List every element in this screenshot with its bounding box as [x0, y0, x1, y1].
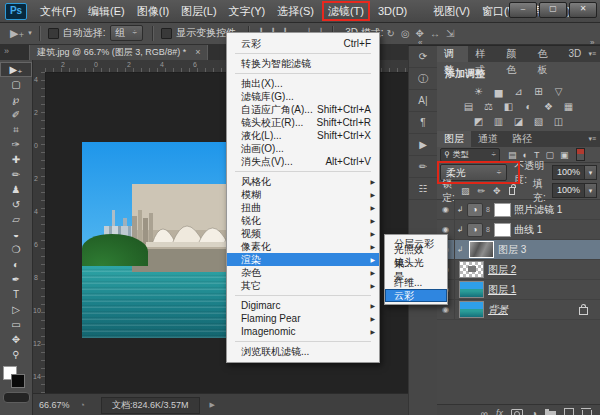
layer-style-icon[interactable]: fx — [496, 406, 503, 415]
3d-roll-icon[interactable]: ◎ — [398, 28, 413, 39]
menu-layer[interactable]: 图层(L) — [175, 1, 222, 21]
paragraph-panel-icon[interactable]: ¶ — [409, 112, 437, 134]
show-transform-checkbox[interactable] — [161, 28, 172, 39]
selective-color-icon[interactable]: ◫ — [552, 115, 566, 128]
quick-mask-button[interactable] — [3, 392, 30, 403]
menu-item-flaming-pear[interactable]: Flaming Pear▶ — [227, 312, 379, 325]
menu-3d[interactable]: 3D(D) — [372, 1, 413, 21]
marquee-tool[interactable]: ▢ — [0, 77, 32, 92]
channel-mixer-icon[interactable]: ❖ — [542, 100, 556, 113]
menu-item-pixelate[interactable]: 像素化▶ — [227, 240, 379, 253]
menu-item-other[interactable]: 其它▶ — [227, 279, 379, 292]
brush-tool[interactable]: ✏ — [0, 167, 32, 182]
eyedropper-tool[interactable]: ✑ — [0, 137, 32, 152]
tab-3d[interactable]: 3D — [562, 46, 589, 62]
menu-item-liquify[interactable]: 液化(L)...Shift+Ctrl+X — [227, 129, 379, 142]
layer-row-background[interactable]: ◉ 背景 — [437, 300, 600, 320]
vibrance-icon[interactable]: ▽ — [552, 85, 566, 98]
color-balance-icon[interactable]: ⚖ — [482, 100, 496, 113]
minimize-button[interactable]: – — [509, 2, 537, 18]
submenu-item-clouds[interactable]: 云彩 — [385, 289, 447, 302]
background-color-swatch[interactable] — [11, 374, 25, 388]
timeline-panel-icon[interactable]: ▶ — [409, 134, 437, 156]
menu-item-distort[interactable]: 扭曲▶ — [227, 201, 379, 214]
invert-icon[interactable]: ◩ — [472, 115, 486, 128]
gradient-tool[interactable]: ◒ — [0, 227, 32, 242]
layer-mask-thumbnail[interactable] — [494, 223, 511, 237]
expand-dock-icon[interactable]: » — [590, 38, 594, 47]
visibility-eye-icon[interactable]: ◉ — [437, 200, 455, 219]
menu-item-smart-filters[interactable]: 转换为智能滤镜 — [227, 57, 379, 70]
character-panel-icon[interactable]: A| — [409, 90, 437, 112]
layer-filtering-toggle[interactable] — [576, 148, 585, 161]
panel-menu-icon[interactable]: ▾≡ — [588, 131, 600, 147]
menu-item-noise[interactable]: 杂色▶ — [227, 266, 379, 279]
layer-thumbnail-photo[interactable] — [459, 281, 484, 298]
menu-filter[interactable]: 滤镜(T) — [322, 1, 370, 21]
submenu-item-lens-flare[interactable]: 镜头光晕... — [385, 263, 447, 276]
layer-row-layer2[interactable]: ◉ 图层 2 — [437, 260, 600, 280]
lasso-tool[interactable]: ℘ — [0, 92, 32, 107]
quick-selection-tool[interactable]: ✐ — [0, 107, 32, 122]
crop-tool[interactable]: ⌗ — [0, 122, 32, 137]
color-lookup-icon[interactable]: ▦ — [562, 100, 576, 113]
brush-presets-panel-icon[interactable]: ✏ — [409, 156, 437, 178]
path-selection-tool[interactable]: ▷ — [0, 302, 32, 317]
menu-select[interactable]: 选择(S) — [271, 1, 320, 21]
link-layers-icon[interactable]: ∞ — [481, 406, 488, 415]
maximize-button[interactable]: ▢ — [539, 2, 567, 18]
status-expand-icon[interactable]: ▶ — [210, 401, 215, 409]
menu-item-oil-paint[interactable]: 油画(O)... — [227, 142, 379, 155]
menu-item-filter-gallery[interactable]: 滤镜库(G)... — [227, 90, 379, 103]
tab-paths[interactable]: 路径 — [505, 131, 539, 147]
menu-item-imagenomic[interactable]: Imagenomic▶ — [227, 325, 379, 338]
tab-color[interactable]: 颜色 — [499, 46, 530, 62]
tab-swatches[interactable]: 色板 — [530, 46, 561, 62]
layer-mask-thumbnail[interactable] — [494, 203, 511, 217]
3d-pan-icon[interactable]: ✥ — [413, 28, 427, 39]
menu-item-adaptive-wide-angle[interactable]: 自适应广角(A)...Shift+Ctrl+A — [227, 103, 379, 116]
menu-item-video[interactable]: 视频▶ — [227, 227, 379, 240]
tool-presets-panel-icon[interactable]: ☷ — [409, 178, 437, 200]
close-button[interactable]: ✕ — [569, 2, 597, 18]
zoom-level[interactable]: 66.67% — [39, 400, 70, 410]
lock-all-icon[interactable] — [509, 187, 516, 195]
menu-item-render[interactable]: 渲染▶ — [227, 253, 379, 266]
menu-item-digimarc[interactable]: Digimarc▶ — [227, 299, 379, 312]
tab-close-icon[interactable]: × — [195, 45, 200, 60]
new-adjustment-layer-icon[interactable]: ◑ — [531, 406, 537, 415]
menu-image[interactable]: 图像(I) — [131, 1, 175, 21]
layer-name[interactable]: 图层 2 — [488, 263, 516, 277]
menu-view[interactable]: 视图(V) — [427, 1, 476, 21]
collapse-dock-icon[interactable]: « — [418, 38, 422, 47]
3d-scale-icon[interactable]: ⇲ — [443, 28, 457, 39]
photo-filter-icon[interactable]: ◐ — [522, 100, 536, 113]
tool-preset-arrow-icon[interactable]: ▾ — [26, 29, 34, 37]
menu-item-lens-correction[interactable]: 镜头校正(R)...Shift+Ctrl+R — [227, 116, 379, 129]
curves-icon[interactable]: ⊿ — [512, 85, 526, 98]
black-white-icon[interactable]: ◧ — [502, 100, 516, 113]
delete-layer-icon[interactable] — [582, 410, 592, 415]
tab-layers[interactable]: 图层 — [437, 131, 471, 147]
opacity-field[interactable]: 100%▾ — [552, 165, 597, 180]
menu-file[interactable]: 文件(F) — [34, 1, 82, 21]
document-tab[interactable]: 建筑.jpg @ 66.7% (图层 3, RGB/8#) * × — [29, 44, 208, 60]
layer-name[interactable]: 曲线 1 — [514, 223, 542, 237]
exposure-icon[interactable]: ⊞ — [532, 85, 546, 98]
eraser-tool[interactable]: ▱ — [0, 212, 32, 227]
filter-smart-objects-icon[interactable]: ▣ — [560, 150, 569, 160]
auto-select-group-dropdown[interactable]: 组÷ — [110, 25, 143, 41]
layer-thumbnail-clouds[interactable] — [469, 241, 494, 258]
new-layer-icon[interactable] — [564, 408, 574, 415]
dodge-tool[interactable]: ◐ — [0, 257, 32, 272]
layer-name[interactable]: 照片滤镜 1 — [514, 203, 562, 217]
info-panel-icon[interactable]: ⓘ — [409, 68, 437, 90]
layer-name[interactable]: 图层 3 — [498, 243, 526, 257]
menu-item-browse-filters-online[interactable]: 浏览联机滤镜... — [227, 345, 379, 358]
menu-item-blur[interactable]: 模糊▶ — [227, 188, 379, 201]
tab-styles[interactable]: 样式 — [468, 46, 499, 62]
spot-healing-tool[interactable]: ✚ — [0, 152, 32, 167]
menu-item-stylize[interactable]: 风格化▶ — [227, 175, 379, 188]
hue-saturation-icon[interactable]: ▤ — [462, 100, 476, 113]
lock-image-pixels-icon[interactable]: ✏ — [477, 186, 485, 196]
